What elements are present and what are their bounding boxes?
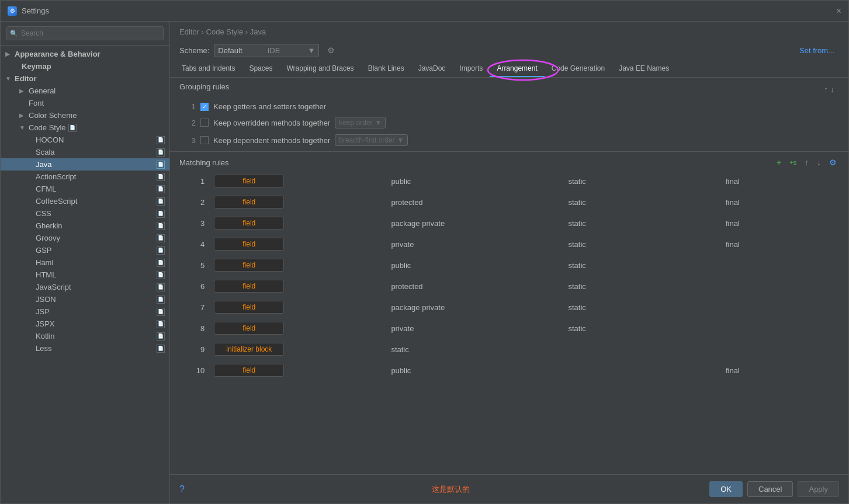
sidebar-item-color-scheme[interactable]: ▶ Color Scheme [1,109,169,121]
type-badge: field [214,217,284,230]
search-input[interactable] [6,26,164,40]
matching-actions: + +s ↑ ↓ ⚙ [774,157,839,168]
row-access: private [386,234,563,255]
scheme-label: Scheme: [179,46,209,55]
sidebar-item-jsp[interactable]: JSP 📄 [1,305,169,318]
row-modifier2: final [721,213,839,234]
sidebar-item-hocon[interactable]: HOCON 📄 [1,134,169,146]
grouping-down-button[interactable]: ↓ [830,85,834,94]
sidebar-item-jspx[interactable]: JSPX 📄 [1,318,169,330]
page-icon: 📄 [157,148,165,157]
sidebar-item-json[interactable]: JSON 📄 [1,293,169,305]
sidebar-item-cfml[interactable]: CFML 📄 [1,183,169,195]
move-up-button[interactable]: ↑ [802,157,811,168]
tab-spaces[interactable]: Spaces [242,61,279,77]
row-modifier1: static [563,276,720,297]
help-button[interactable]: ? [179,484,185,495]
matching-rules-header: Matching rules + +s ↑ ↓ ⚙ [170,152,848,171]
matching-rules-table-wrapper: 1fieldpublicstaticfinal2fieldprotectedst… [170,171,848,474]
settings-content: Grouping rules ↑ ↓ 1 Keep getters and se… [170,78,848,474]
page-icon: 📄 [68,124,77,132]
sidebar-item-groovy[interactable]: Groovy 📄 [1,232,169,244]
row-number: 8 [179,318,209,339]
grouping-rule-1-checkbox[interactable] [200,103,209,111]
sidebar-item-appearance[interactable]: ▶ Appearance & Behavior [1,48,169,60]
sidebar-item-code-style[interactable]: ▼ Code Style 📄 [1,121,169,134]
sidebar-item-scala[interactable]: Scala 📄 [1,146,169,158]
tab-javadoc[interactable]: JavaDoc [411,61,453,77]
ok-button[interactable]: OK [709,481,743,497]
sidebar-item-coffeescript[interactable]: CoffeeScript 📄 [1,195,169,207]
tab-imports[interactable]: Imports [452,61,490,77]
table-row[interactable]: 8fieldprivatestatic [179,318,839,339]
page-icon: 📄 [157,161,165,169]
cancel-button[interactable]: Cancel [747,481,793,497]
row-modifier1: static [563,255,720,276]
row-number: 9 [179,339,209,360]
row-modifier2: final [721,171,839,192]
add-section-button[interactable]: +s [787,158,799,167]
scheme-row: Scheme: Default IDE ▼ ⚙ Set from... [170,40,848,61]
sidebar-item-keymap[interactable]: Keymap [1,60,169,72]
row-number: 3 [179,213,209,234]
scheme-select[interactable]: Default IDE ▼ [214,44,319,57]
row-type: field [209,255,386,276]
tab-arrangement[interactable]: Arrangement [490,61,544,77]
sidebar-item-javascript[interactable]: JavaScript 📄 [1,281,169,293]
scheme-name: Default [218,46,242,55]
sidebar-item-actionscript[interactable]: ActionScript 📄 [1,171,169,183]
table-row[interactable]: 4fieldprivatestaticfinal [179,234,839,255]
tab-blank-lines[interactable]: Blank Lines [361,61,411,77]
sidebar-item-css[interactable]: CSS 📄 [1,207,169,220]
scheme-gear-button[interactable]: ⚙ [324,43,338,57]
search-icon: 🔍 [10,30,18,37]
table-row[interactable]: 9initializer blockstatic [179,339,839,360]
type-badge: field [214,280,284,293]
page-icon: 📄 [157,283,165,291]
type-badge: field [214,301,284,314]
row-modifier2: final [721,234,839,255]
sidebar-item-kotlin[interactable]: Kotlin 📄 [1,330,169,342]
sidebar-item-less[interactable]: Less 📄 [1,342,169,354]
sidebar-item-haml[interactable]: Haml 📄 [1,256,169,269]
row-access: private [386,318,563,339]
type-badge: initializer block [214,343,284,356]
grouping-rule-2-checkbox[interactable] [200,119,209,127]
table-row[interactable]: 5fieldpublicstatic [179,255,839,276]
table-row[interactable]: 1fieldpublicstaticfinal [179,171,839,192]
sidebar-item-html[interactable]: HTML 📄 [1,269,169,281]
tab-code-generation[interactable]: Code Generation [545,61,612,77]
table-row[interactable]: 2fieldprotectedstaticfinal [179,192,839,213]
sidebar-item-editor[interactable]: ▼ Editor [1,72,169,85]
search-box: 🔍 [1,22,169,46]
apply-button[interactable]: Apply [798,481,839,497]
row-access: public [386,360,563,381]
table-row[interactable]: 3fieldpackage privatestaticfinal [179,213,839,234]
arrow-icon: ▶ [19,88,26,94]
table-row[interactable]: 7fieldpackage privatestatic [179,297,839,318]
type-badge: field [214,322,284,335]
page-icon: 📄 [157,210,165,218]
tab-tabs-indents[interactable]: Tabs and Indents [175,61,242,77]
table-row[interactable]: 10fieldpublicfinal [179,360,839,381]
sidebar-item-gsp[interactable]: GSP 📄 [1,244,169,256]
grouping-rule-2-dropdown[interactable]: keep order ▼ [335,117,386,128]
chevron-down-icon: ▼ [307,46,315,55]
sidebar-item-general[interactable]: ▶ General [1,85,169,97]
move-down-button[interactable]: ↓ [815,157,823,168]
grouping-up-button[interactable]: ↑ [824,85,828,94]
type-badge: field [214,259,284,272]
sidebar-item-java[interactable]: Java 📄 [1,158,169,171]
grouping-rule-3-dropdown[interactable]: breadth-first order ▼ [335,134,408,146]
tab-wrapping[interactable]: Wrapping and Braces [279,61,361,77]
tab-java-ee[interactable]: Java EE Names [612,61,676,77]
bottom-bar: ? 这是默认的 OK Cancel Apply [170,474,848,503]
add-rule-button[interactable]: + [774,157,784,168]
table-row[interactable]: 6fieldprotectedstatic [179,276,839,297]
close-button[interactable]: × [836,6,841,16]
sidebar-item-gherkin[interactable]: Gherkin 📄 [1,220,169,232]
matching-gear-button[interactable]: ⚙ [827,157,839,168]
sidebar-item-font[interactable]: Font [1,97,169,109]
set-from-link[interactable]: Set from... [799,46,839,55]
grouping-rule-3-checkbox[interactable] [200,136,209,144]
